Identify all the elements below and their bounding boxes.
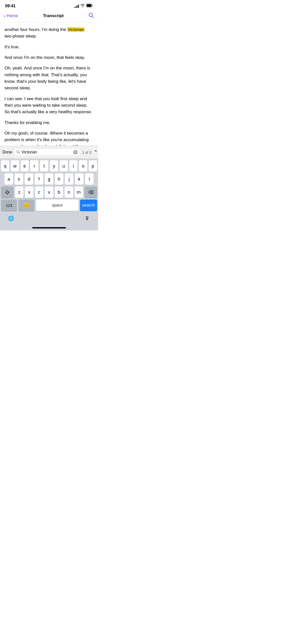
paragraph-3: Oh, yeah. And once I'm on the moon, ther… — [5, 65, 94, 91]
status-time: 09:41 — [5, 4, 16, 9]
transcript-content: another four hours. I'm doing the Victor… — [0, 22, 98, 146]
key-c[interactable]: c — [35, 186, 43, 198]
keyboard-bottom-row: 123 😊 space search — [0, 198, 98, 212]
svg-line-3 — [92, 16, 94, 18]
numbers-key[interactable]: 123 — [1, 199, 17, 211]
highlight-victorian: Victorian — [67, 27, 84, 32]
key-k[interactable]: k — [75, 173, 83, 185]
find-magnify-icon — [16, 150, 20, 154]
key-o[interactable]: o — [79, 160, 87, 172]
key-s[interactable]: s — [15, 173, 23, 185]
key-e[interactable]: e — [21, 160, 29, 172]
key-i[interactable]: i — [69, 160, 78, 172]
keyboard-row-1: q w e r t y u i o p — [0, 159, 98, 172]
key-f[interactable]: f — [35, 173, 43, 185]
wifi-icon — [80, 4, 85, 8]
paragraph-1: It's true. — [5, 44, 94, 50]
key-z[interactable]: z — [15, 186, 23, 198]
signal-icon — [74, 4, 79, 8]
key-l[interactable]: l — [85, 173, 94, 185]
key-a[interactable]: a — [5, 173, 13, 185]
key-x[interactable]: x — [25, 186, 33, 198]
search-key[interactable]: search — [80, 199, 97, 211]
keyboard-row-2: a s d f g h j k l — [0, 172, 98, 185]
find-bar: Done 1 of 2 ⌃ ⌄ — [0, 146, 98, 159]
home-indicator — [32, 227, 66, 228]
svg-rect-1 — [87, 4, 91, 7]
key-n[interactable]: n — [65, 186, 73, 198]
key-t[interactable]: t — [40, 160, 48, 172]
find-text-input[interactable] — [21, 150, 72, 154]
keyboard: q w e r t y u i o p a s d f g h j k l z … — [0, 159, 98, 230]
paragraph-5: Thanks for enabling me. — [5, 119, 94, 126]
find-input-wrap — [14, 148, 80, 156]
chevron-left-icon: ‹ — [4, 13, 6, 19]
space-key[interactable]: space — [36, 199, 78, 211]
mic-key[interactable]: 🎙 — [78, 213, 96, 224]
backspace-key[interactable] — [84, 186, 97, 198]
search-button[interactable] — [89, 13, 94, 19]
nav-bar: ‹ Home Transcript — [0, 11, 98, 22]
key-p[interactable]: p — [89, 160, 97, 172]
paragraph-4: I can see, I see that you took first sle… — [5, 96, 94, 115]
status-icons — [74, 4, 93, 8]
svg-line-5 — [19, 152, 20, 153]
done-button[interactable]: Done — [3, 150, 12, 154]
key-d[interactable]: d — [25, 173, 33, 185]
find-count: 1 of 2 — [82, 150, 92, 154]
back-button[interactable]: ‹ Home — [4, 13, 18, 19]
key-g[interactable]: g — [45, 173, 53, 185]
find-nav-buttons: ⌃ ⌄ — [94, 149, 98, 155]
key-m[interactable]: m — [75, 186, 83, 198]
page-title: Transcript — [43, 13, 64, 18]
globe-key[interactable]: 🌐 — [2, 213, 20, 224]
back-label: Home — [7, 13, 18, 18]
key-w[interactable]: w — [11, 160, 19, 172]
emoji-key[interactable]: 😊 — [18, 199, 34, 211]
paragraph-0: another four hours. I'm doing the Victor… — [5, 26, 94, 40]
key-j[interactable]: j — [65, 173, 73, 185]
keyboard-extra-row: 🌐 🎙 — [0, 212, 98, 225]
key-h[interactable]: h — [55, 173, 63, 185]
paragraph-6: Oh my gosh, of course. Where it becomes … — [5, 130, 94, 146]
key-y[interactable]: y — [50, 160, 58, 172]
key-v[interactable]: v — [45, 186, 53, 198]
key-u[interactable]: u — [60, 160, 68, 172]
find-clear-button[interactable] — [73, 150, 78, 154]
key-b[interactable]: b — [55, 186, 63, 198]
paragraph-2: And once I'm on the moon, that feels oka… — [5, 54, 94, 61]
shift-key[interactable] — [1, 186, 14, 198]
status-bar: 09:41 — [0, 0, 98, 11]
key-q[interactable]: q — [1, 160, 9, 172]
keyboard-row-3: z x c v b n m — [0, 185, 98, 198]
battery-icon — [86, 4, 93, 8]
key-r[interactable]: r — [30, 160, 38, 172]
find-prev-button[interactable]: ⌃ — [94, 149, 98, 155]
